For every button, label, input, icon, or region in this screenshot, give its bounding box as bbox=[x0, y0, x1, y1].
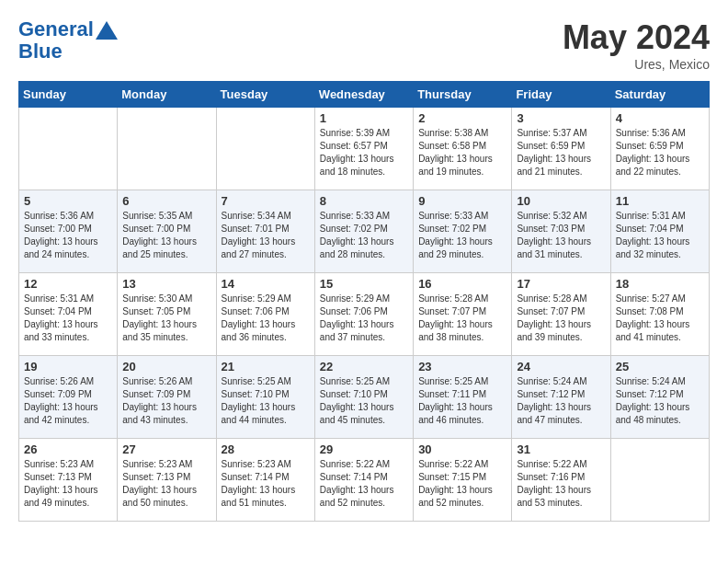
day-number: 31 bbox=[517, 442, 605, 456]
day-number: 6 bbox=[122, 194, 210, 208]
day-info: Sunrise: 5:23 AM Sunset: 7:14 PM Dayligh… bbox=[222, 458, 310, 510]
calendar-cell: 21Sunrise: 5:25 AM Sunset: 7:10 PM Dayli… bbox=[216, 356, 314, 439]
day-info: Sunrise: 5:35 AM Sunset: 7:00 PM Dayligh… bbox=[122, 210, 210, 261]
day-info: Sunrise: 5:31 AM Sunset: 7:04 PM Dayligh… bbox=[616, 210, 704, 261]
day-number: 5 bbox=[24, 194, 112, 208]
day-info: Sunrise: 5:28 AM Sunset: 7:07 PM Dayligh… bbox=[418, 293, 506, 344]
calendar-cell: 29Sunrise: 5:22 AM Sunset: 7:14 PM Dayli… bbox=[314, 439, 413, 522]
day-number: 27 bbox=[122, 442, 210, 456]
day-number: 26 bbox=[24, 442, 112, 456]
day-number: 13 bbox=[122, 277, 210, 291]
calendar-cell: 4Sunrise: 5:36 AM Sunset: 6:59 PM Daylig… bbox=[610, 108, 709, 190]
day-number: 29 bbox=[320, 442, 408, 456]
day-info: Sunrise: 5:22 AM Sunset: 7:15 PM Dayligh… bbox=[418, 458, 506, 510]
day-number: 18 bbox=[616, 277, 704, 291]
day-number: 3 bbox=[517, 111, 605, 125]
calendar-cell: 13Sunrise: 5:30 AM Sunset: 7:05 PM Dayli… bbox=[118, 273, 216, 356]
day-info: Sunrise: 5:34 AM Sunset: 7:01 PM Dayligh… bbox=[222, 210, 310, 261]
calendar-cell: 15Sunrise: 5:29 AM Sunset: 7:06 PM Dayli… bbox=[314, 273, 413, 356]
day-info: Sunrise: 5:27 AM Sunset: 7:08 PM Dayligh… bbox=[616, 293, 704, 344]
calendar-cell: 19Sunrise: 5:26 AM Sunset: 7:09 PM Dayli… bbox=[19, 356, 118, 439]
calendar-cell: 23Sunrise: 5:25 AM Sunset: 7:11 PM Dayli… bbox=[414, 356, 512, 439]
calendar-cell: 3Sunrise: 5:37 AM Sunset: 6:59 PM Daylig… bbox=[512, 108, 610, 190]
calendar-cell: 16Sunrise: 5:28 AM Sunset: 7:07 PM Dayli… bbox=[414, 273, 512, 356]
day-info: Sunrise: 5:37 AM Sunset: 6:59 PM Dayligh… bbox=[517, 127, 605, 178]
calendar-cell: 28Sunrise: 5:23 AM Sunset: 7:14 PM Dayli… bbox=[216, 439, 314, 522]
logo-text: General Blue bbox=[18, 18, 118, 63]
calendar-week-2: 12Sunrise: 5:31 AM Sunset: 7:04 PM Dayli… bbox=[19, 273, 710, 356]
day-number: 1 bbox=[320, 111, 408, 125]
calendar-cell bbox=[118, 108, 216, 190]
day-info: Sunrise: 5:22 AM Sunset: 7:14 PM Dayligh… bbox=[320, 458, 408, 510]
day-info: Sunrise: 5:22 AM Sunset: 7:16 PM Dayligh… bbox=[517, 458, 605, 510]
day-info: Sunrise: 5:24 AM Sunset: 7:12 PM Dayligh… bbox=[517, 375, 605, 427]
day-number: 22 bbox=[320, 360, 408, 373]
calendar-cell bbox=[610, 439, 709, 522]
calendar-week-3: 19Sunrise: 5:26 AM Sunset: 7:09 PM Dayli… bbox=[19, 356, 710, 439]
calendar-cell: 26Sunrise: 5:23 AM Sunset: 7:13 PM Dayli… bbox=[19, 439, 118, 522]
day-info: Sunrise: 5:25 AM Sunset: 7:11 PM Dayligh… bbox=[418, 375, 506, 427]
day-header-sunday: Sunday bbox=[19, 82, 118, 108]
day-header-saturday: Saturday bbox=[610, 82, 709, 108]
calendar-cell bbox=[216, 108, 314, 190]
day-number: 4 bbox=[616, 111, 704, 125]
calendar-cell: 20Sunrise: 5:26 AM Sunset: 7:09 PM Dayli… bbox=[118, 356, 216, 439]
day-info: Sunrise: 5:25 AM Sunset: 7:10 PM Dayligh… bbox=[222, 375, 310, 427]
day-info: Sunrise: 5:39 AM Sunset: 6:57 PM Dayligh… bbox=[320, 127, 408, 178]
day-number: 14 bbox=[222, 277, 310, 291]
day-info: Sunrise: 5:30 AM Sunset: 7:05 PM Dayligh… bbox=[122, 293, 210, 344]
day-info: Sunrise: 5:23 AM Sunset: 7:13 PM Dayligh… bbox=[122, 458, 210, 510]
day-info: Sunrise: 5:26 AM Sunset: 7:09 PM Dayligh… bbox=[24, 375, 112, 427]
page-header: General Blue May 2024 Ures, Mexico bbox=[18, 18, 710, 72]
day-number: 24 bbox=[517, 360, 605, 373]
calendar-cell: 27Sunrise: 5:23 AM Sunset: 7:13 PM Dayli… bbox=[118, 439, 216, 522]
month-title: May 2024 bbox=[563, 18, 710, 57]
day-number: 17 bbox=[517, 277, 605, 291]
calendar-header-row: SundayMondayTuesdayWednesdayThursdayFrid… bbox=[19, 82, 710, 108]
calendar-cell: 31Sunrise: 5:22 AM Sunset: 7:16 PM Dayli… bbox=[512, 439, 610, 522]
day-number: 21 bbox=[222, 360, 310, 373]
calendar-cell: 12Sunrise: 5:31 AM Sunset: 7:04 PM Dayli… bbox=[19, 273, 118, 356]
location-subtitle: Ures, Mexico bbox=[563, 57, 710, 72]
day-info: Sunrise: 5:23 AM Sunset: 7:13 PM Dayligh… bbox=[24, 458, 112, 510]
day-number: 16 bbox=[418, 277, 506, 291]
calendar-cell: 18Sunrise: 5:27 AM Sunset: 7:08 PM Dayli… bbox=[610, 273, 709, 356]
day-number: 25 bbox=[616, 360, 704, 373]
calendar-cell: 6Sunrise: 5:35 AM Sunset: 7:00 PM Daylig… bbox=[118, 190, 216, 273]
day-number: 28 bbox=[222, 442, 310, 456]
calendar-cell: 22Sunrise: 5:25 AM Sunset: 7:10 PM Dayli… bbox=[314, 356, 413, 439]
day-header-tuesday: Tuesday bbox=[216, 82, 314, 108]
calendar-cell: 2Sunrise: 5:38 AM Sunset: 6:58 PM Daylig… bbox=[414, 108, 512, 190]
calendar-week-0: 1Sunrise: 5:39 AM Sunset: 6:57 PM Daylig… bbox=[19, 108, 710, 190]
day-header-wednesday: Wednesday bbox=[314, 82, 413, 108]
calendar-cell: 1Sunrise: 5:39 AM Sunset: 6:57 PM Daylig… bbox=[314, 108, 413, 190]
calendar-table: SundayMondayTuesdayWednesdayThursdayFrid… bbox=[18, 81, 710, 522]
calendar-week-1: 5Sunrise: 5:36 AM Sunset: 7:00 PM Daylig… bbox=[19, 190, 710, 273]
day-info: Sunrise: 5:32 AM Sunset: 7:03 PM Dayligh… bbox=[517, 210, 605, 261]
day-number: 10 bbox=[517, 194, 605, 208]
day-number: 12 bbox=[24, 277, 112, 291]
day-info: Sunrise: 5:29 AM Sunset: 7:06 PM Dayligh… bbox=[222, 293, 310, 344]
calendar-cell: 30Sunrise: 5:22 AM Sunset: 7:15 PM Dayli… bbox=[414, 439, 512, 522]
day-header-thursday: Thursday bbox=[414, 82, 512, 108]
calendar-cell: 10Sunrise: 5:32 AM Sunset: 7:03 PM Dayli… bbox=[512, 190, 610, 273]
logo: General Blue bbox=[18, 18, 118, 63]
calendar-cell: 7Sunrise: 5:34 AM Sunset: 7:01 PM Daylig… bbox=[216, 190, 314, 273]
day-number: 19 bbox=[24, 360, 112, 373]
calendar-cell: 14Sunrise: 5:29 AM Sunset: 7:06 PM Dayli… bbox=[216, 273, 314, 356]
calendar-cell: 11Sunrise: 5:31 AM Sunset: 7:04 PM Dayli… bbox=[610, 190, 709, 273]
day-header-friday: Friday bbox=[512, 82, 610, 108]
day-info: Sunrise: 5:33 AM Sunset: 7:02 PM Dayligh… bbox=[320, 210, 408, 261]
day-info: Sunrise: 5:29 AM Sunset: 7:06 PM Dayligh… bbox=[320, 293, 408, 344]
svg-marker-0 bbox=[96, 21, 118, 40]
day-info: Sunrise: 5:26 AM Sunset: 7:09 PM Dayligh… bbox=[122, 375, 210, 427]
day-info: Sunrise: 5:36 AM Sunset: 6:59 PM Dayligh… bbox=[616, 127, 704, 178]
day-number: 2 bbox=[418, 111, 506, 125]
calendar-cell: 9Sunrise: 5:33 AM Sunset: 7:02 PM Daylig… bbox=[414, 190, 512, 273]
calendar-week-4: 26Sunrise: 5:23 AM Sunset: 7:13 PM Dayli… bbox=[19, 439, 710, 522]
calendar-cell: 17Sunrise: 5:28 AM Sunset: 7:07 PM Dayli… bbox=[512, 273, 610, 356]
day-info: Sunrise: 5:31 AM Sunset: 7:04 PM Dayligh… bbox=[24, 293, 112, 344]
day-info: Sunrise: 5:28 AM Sunset: 7:07 PM Dayligh… bbox=[517, 293, 605, 344]
day-info: Sunrise: 5:25 AM Sunset: 7:10 PM Dayligh… bbox=[320, 375, 408, 427]
calendar-cell: 5Sunrise: 5:36 AM Sunset: 7:00 PM Daylig… bbox=[19, 190, 118, 273]
